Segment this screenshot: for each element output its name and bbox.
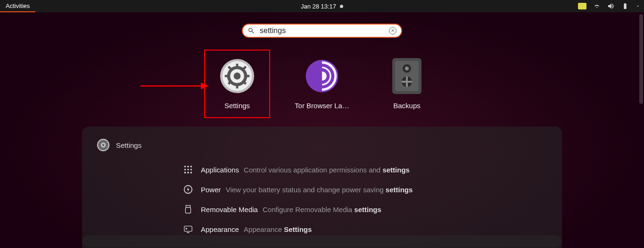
svg-point-31 [187,169,189,171]
notification-dot-icon [340,5,343,8]
datetime-label: Jan 28 13:17 [301,3,336,10]
svg-rect-41 [187,232,190,233]
svg-rect-9 [225,75,230,77]
svg-rect-39 [184,226,192,231]
panel-header: Settings [96,138,548,152]
wifi-icon [593,2,601,10]
gear-icon [216,55,258,97]
usb-drive-icon [183,204,193,214]
svg-point-33 [184,172,186,174]
battery-icon [621,2,629,10]
volume-icon [607,2,615,10]
svg-rect-10 [245,75,249,77]
svg-point-32 [190,169,192,171]
app-result-settings[interactable]: Settings [204,50,270,118]
next-results-panel [82,235,562,248]
settings-row-power[interactable]: Power View your battery status and chang… [96,180,548,199]
svg-point-34 [187,172,189,174]
app-result-backups[interactable]: Backups [374,50,440,118]
svg-rect-8 [236,84,239,88]
svg-point-26 [102,144,105,146]
system-tray[interactable] [578,2,640,10]
app-label: Backups [393,102,421,110]
backup-safe-icon [386,55,428,97]
app-label: Tor Browser La… [295,102,349,110]
svg-rect-38 [186,207,191,213]
chevron-down-icon [636,2,640,10]
keyboard-indicator-icon [578,3,586,9]
arrow-annotation-icon [140,81,209,91]
gear-icon [96,138,110,152]
activities-button[interactable]: Activities [0,0,35,12]
svg-point-30 [184,169,186,171]
clear-search-button[interactable]: ✕ [389,27,396,34]
svg-point-35 [190,172,192,174]
svg-point-19 [405,67,409,70]
svg-rect-22 [402,81,412,83]
app-results-row: Settings Tor Browser La… Backup [204,50,440,118]
power-icon [183,184,193,195]
search-bar[interactable]: ✕ [242,24,402,38]
activities-label: Activities [6,2,30,9]
svg-point-6 [234,73,241,80]
svg-point-29 [190,166,192,168]
row-text: Power View your battery status and chang… [201,186,413,194]
panel-title: Settings [116,141,141,149]
svg-point-27 [184,166,186,168]
scrollbar[interactable] [639,14,643,104]
settings-row-applications[interactable]: Applications Control various application… [96,160,548,180]
search-input[interactable] [260,26,384,35]
grid-icon [183,164,193,175]
clock-area[interactable]: Jan 28 13:17 [301,3,343,10]
search-icon [248,27,255,34]
svg-point-28 [187,166,189,168]
tor-icon [301,55,343,97]
settings-row-removable-media[interactable]: Removable Media Configure Removable Medi… [96,199,548,219]
svg-rect-7 [236,64,239,68]
row-text: Appearance Appearance Settings [201,225,312,233]
svg-point-40 [186,228,188,230]
app-result-tor[interactable]: Tor Browser La… [289,50,355,118]
row-text: Removable Media Configure Removable Medi… [201,205,381,214]
appearance-icon [183,224,193,234]
top-bar: Activities Jan 28 13:17 [0,0,644,12]
app-label: Settings [224,102,250,110]
row-text: Applications Control various application… [201,166,410,174]
settings-results-panel: Settings Applications Control various ap… [82,127,562,248]
